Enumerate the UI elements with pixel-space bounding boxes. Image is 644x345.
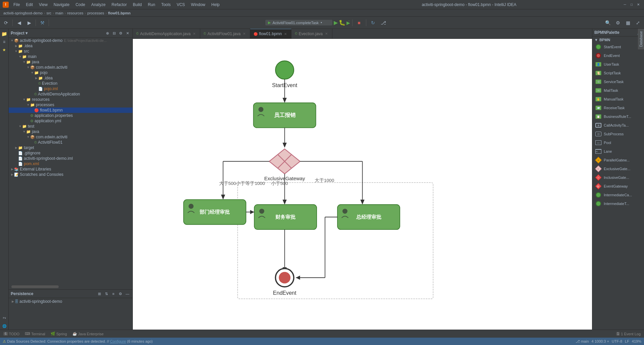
bpmn-canvas[interactable]: StartEvent 员工报销 ExclusiveGateway xyxy=(133,39,592,330)
minimize-button[interactable]: ─ xyxy=(622,2,628,7)
tree-item-package[interactable]: ▼ 📦 com.edwin.activiti xyxy=(9,65,132,70)
tree-item-pom[interactable]: ▶ 📄 pom.xml xyxy=(9,161,132,166)
collapse-all-icon[interactable]: ⊟ xyxy=(111,30,117,36)
menu-view[interactable]: View xyxy=(36,2,50,8)
palette-item-exclusive-gw[interactable]: ✕ ExclusiveGate... xyxy=(592,164,644,173)
navigate-back-button[interactable]: ◀ xyxy=(14,18,24,27)
palette-item-end-event[interactable]: EndEvent xyxy=(592,51,644,60)
persistence-item[interactable]: ▶ 🗄 activiti-springboot-demo xyxy=(9,298,132,305)
persistence-close-icon[interactable]: — xyxy=(124,291,130,297)
run-config-selector[interactable]: ▶ ActivitiFlow01.completeTask ▾ xyxy=(265,20,332,25)
tree-item-app-props[interactable]: ▶ ⚙ application.properties xyxy=(9,113,132,118)
palette-item-parallel-gw[interactable]: + ParallelGatew... xyxy=(592,156,644,164)
run-button[interactable]: ▶ xyxy=(334,19,338,26)
build-button[interactable]: ⚒ xyxy=(38,18,47,27)
expand-button[interactable]: ⤢ xyxy=(633,18,643,27)
tab-close-flow01[interactable]: ✕ xyxy=(242,31,247,36)
tab-bpmn[interactable]: 🔴 flow01.bpmn ✕ xyxy=(250,29,291,39)
tab-evection[interactable]: © Evection.java ✕ xyxy=(291,29,332,39)
bc-file[interactable]: flow01.bpmn xyxy=(108,11,130,15)
palette-item-intermediate-catch[interactable]: IntermediateCa... xyxy=(592,191,644,199)
menu-tools[interactable]: Tools xyxy=(159,2,173,8)
tree-item-target[interactable]: ▶ 📁 target xyxy=(9,145,132,150)
tree-item-src[interactable]: ▼ 📁 src xyxy=(9,49,132,54)
tree-item-gitignore[interactable]: ▶ 📄 .gitignore xyxy=(9,150,132,156)
menu-build[interactable]: Build xyxy=(130,2,145,8)
tree-item-test[interactable]: ▼ 📁 test xyxy=(9,124,132,129)
palette-item-call-task[interactable]: ⊞ CallActivityTa... xyxy=(592,121,644,130)
menu-help[interactable]: Help xyxy=(209,2,222,8)
palette-item-intermediate-throw[interactable]: IntermediateT... xyxy=(592,199,644,208)
palette-item-pool[interactable]: ▭ Pool xyxy=(592,138,644,147)
btab-java-enterprise[interactable]: ☕ Java Enterprise xyxy=(70,331,106,337)
tree-item-scratches[interactable]: ▶ 📝 Scratches and Consoles xyxy=(9,172,132,177)
restore-button[interactable]: □ xyxy=(629,2,635,7)
persistence-view-icon[interactable]: ⊞ xyxy=(96,291,102,297)
configure-link[interactable]: Configure xyxy=(110,339,126,343)
web-icon[interactable]: 🌐 xyxy=(1,322,8,330)
tree-item-flow01-class[interactable]: ▶ © ActivitiFlow01 xyxy=(9,140,132,145)
menu-navigate[interactable]: Navigate xyxy=(51,2,72,8)
debug-button[interactable]: 🐛 xyxy=(339,19,345,26)
menu-code[interactable]: Code xyxy=(73,2,88,8)
tree-item-resources[interactable]: ▼ 📁 resources xyxy=(9,97,132,102)
settings-button[interactable]: ⚙ xyxy=(613,18,623,27)
btab-event-log[interactable]: 1 1 Event Log xyxy=(614,331,643,337)
tab-close-bpmn[interactable]: ✕ xyxy=(283,31,288,36)
tab-close-evection[interactable]: ✕ xyxy=(324,31,329,36)
menu-edit[interactable]: Edit xyxy=(23,2,36,8)
hide-panel-icon[interactable]: ✕ xyxy=(124,30,130,36)
stop-button[interactable]: ■ xyxy=(355,18,364,27)
project-view-icon[interactable]: 📁 xyxy=(1,30,8,38)
tree-item-evection[interactable]: ▶ © Evection xyxy=(9,81,132,86)
search-everywhere-button[interactable]: 🔍 xyxy=(603,18,612,27)
panel-settings-icon[interactable]: ⚙ xyxy=(118,30,124,36)
persistence-settings-icon[interactable]: ⚙ xyxy=(117,291,123,297)
palette-item-start-event[interactable]: StartEvent xyxy=(592,43,644,51)
bc-main[interactable]: main xyxy=(55,11,63,15)
tab-activiti-demo-app[interactable]: © ActivitiDemoApplication.java ✕ xyxy=(133,29,200,39)
tree-item-idea[interactable]: ▶ 📁 .idea xyxy=(9,43,132,49)
tab-close-activiti-demo[interactable]: ✕ xyxy=(192,31,197,36)
git-button[interactable]: ⎇ xyxy=(379,18,388,27)
persistence-options-icon[interactable]: ≡ xyxy=(110,291,116,297)
bc-project[interactable]: activiti-springboot-demo xyxy=(3,11,43,15)
menu-refactor[interactable]: Refactor xyxy=(109,2,129,8)
coverage-button[interactable]: ▶̈ xyxy=(346,20,350,25)
update-button[interactable]: ↻ xyxy=(368,18,378,27)
menu-analyze[interactable]: Analyze xyxy=(89,2,108,8)
palette-item-service-task[interactable]: ⚙ ServiceTask xyxy=(592,77,644,86)
palette-item-subprocess[interactable]: ⊡ SubProcess xyxy=(592,130,644,138)
tree-item-main[interactable]: ▼ 📁 main xyxy=(9,54,132,59)
structure-icon[interactable]: ≡ xyxy=(1,38,8,46)
scrollbar-thumb[interactable] xyxy=(11,285,59,288)
sync-button[interactable]: ⟳ xyxy=(1,18,11,27)
menu-window[interactable]: Window xyxy=(188,2,208,8)
palette-item-event-gw[interactable]: ◎ EventGateway xyxy=(592,182,644,191)
tree-item-test-java[interactable]: ▼ 📁 java xyxy=(9,129,132,134)
palette-item-receive-task[interactable]: 📨 ReceiveTask xyxy=(592,104,644,112)
tree-item-flow01[interactable]: ▶ 🔴 flow01.bpmn xyxy=(9,108,132,113)
palette-item-business-task[interactable]: 📋 BusinessRuleT... xyxy=(592,112,644,121)
palette-item-inclusive-gw[interactable]: ○ InclusiveGate... xyxy=(592,173,644,182)
tree-item-iml2[interactable]: ▶ 📄 activiti-springboot-demo.iml xyxy=(9,156,132,161)
tree-item-processes[interactable]: ▼ 📁 processes xyxy=(9,102,132,108)
menu-file[interactable]: File xyxy=(11,2,22,8)
btab-todo[interactable]: 6 TODO xyxy=(1,331,21,337)
persistence-icon[interactable]: 2 xyxy=(1,314,8,322)
tree-item-pojo-iml[interactable]: ▶ 📄 pojo.iml xyxy=(9,86,132,91)
palette-item-manual-task[interactable]: ✋ ManualTask xyxy=(592,95,644,104)
palette-item-script-task[interactable]: 📜 ScriptTask xyxy=(592,69,644,77)
persistence-sort-icon[interactable]: ⇅ xyxy=(103,291,109,297)
tree-item-activiti-app[interactable]: ▶ © ActivitiDemoApplication xyxy=(9,91,132,97)
palette-item-lane[interactable]: ═ Lane xyxy=(592,147,644,156)
close-button[interactable]: ✕ xyxy=(635,2,641,7)
tree-item-idea2[interactable]: ▶ 📁 .idea xyxy=(9,75,132,81)
layout-button[interactable]: ▦ xyxy=(623,18,633,27)
menu-run[interactable]: Run xyxy=(145,2,158,8)
navigate-forward-button[interactable]: ▶ xyxy=(24,18,34,27)
tree-item-java[interactable]: ▼ 📁 java xyxy=(9,59,132,65)
tab-activiti-flow01[interactable]: © ActivitiFlow01.java ✕ xyxy=(200,29,250,39)
tree-item-test-pkg[interactable]: ▼ 📦 com.edwin.activiti xyxy=(9,134,132,140)
tree-item-app-yml[interactable]: ▶ ⚙ application.yml xyxy=(9,118,132,124)
